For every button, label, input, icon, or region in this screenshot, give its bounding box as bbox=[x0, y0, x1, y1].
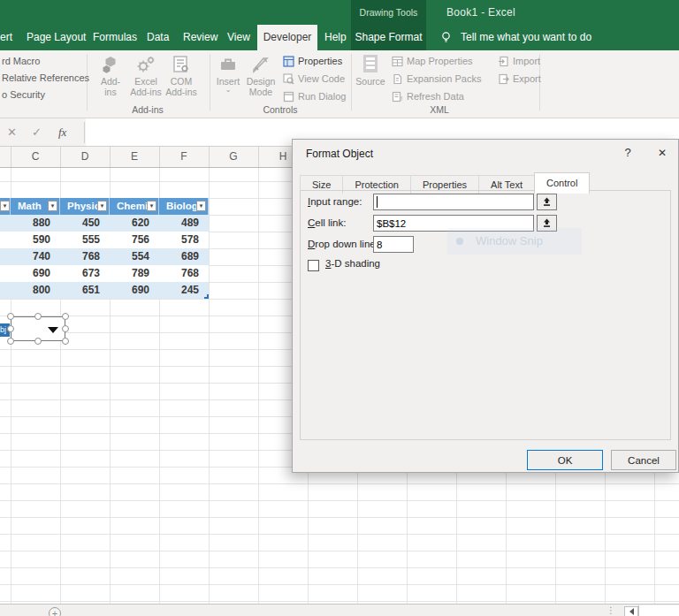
formula-bar-separator bbox=[84, 122, 85, 143]
selection-handle[interactable] bbox=[62, 338, 69, 345]
export-button[interactable]: Export bbox=[498, 71, 541, 87]
cell[interactable]: 768 bbox=[60, 248, 110, 265]
column-header-g[interactable]: G bbox=[209, 147, 258, 167]
macro-security-partial-label[interactable]: o Security bbox=[2, 89, 45, 100]
tab-formulas[interactable]: Formulas bbox=[93, 25, 137, 50]
ok-button[interactable]: OK bbox=[527, 450, 603, 470]
properties-button[interactable]: Properties bbox=[283, 53, 342, 69]
close-icon[interactable]: ✕ bbox=[653, 145, 671, 161]
table-header-partial[interactable]: ▼ bbox=[0, 198, 11, 215]
tab-help[interactable]: Help bbox=[324, 25, 347, 50]
selection-handle[interactable] bbox=[7, 338, 14, 345]
cell[interactable]: 651 bbox=[60, 282, 110, 299]
column-header-e[interactable]: E bbox=[110, 147, 159, 167]
filter-button[interactable]: ▼ bbox=[147, 201, 156, 211]
horizontal-scrollbar[interactable] bbox=[638, 605, 679, 616]
table-header-biology[interactable]: Biolog ▼ bbox=[159, 198, 209, 215]
tab-page-layout[interactable]: Page Layout bbox=[27, 25, 86, 50]
tab-review[interactable]: Review bbox=[183, 25, 217, 50]
cell[interactable]: 590 bbox=[11, 232, 60, 248]
map-properties-button[interactable]: Map Properties bbox=[392, 53, 473, 69]
selection-handle[interactable] bbox=[7, 325, 14, 332]
filter-button[interactable]: ▼ bbox=[48, 201, 57, 211]
import-icon bbox=[498, 56, 509, 67]
source-button[interactable]: Source bbox=[354, 53, 387, 110]
filter-button[interactable]: ▼ bbox=[196, 201, 206, 211]
help-icon[interactable]: ? bbox=[620, 145, 636, 161]
insert-control-button[interactable]: Insert ⌄ bbox=[213, 53, 243, 110]
tab-insert-partial[interactable]: ert bbox=[0, 25, 12, 50]
cell[interactable]: 789 bbox=[110, 265, 159, 282]
gears-icon bbox=[135, 53, 156, 76]
combo-dropdown-icon[interactable] bbox=[48, 327, 58, 333]
cell[interactable]: 450 bbox=[60, 215, 110, 232]
filter-button[interactable]: ▼ bbox=[0, 201, 10, 211]
refresh-data-button[interactable]: ! Refresh Data bbox=[392, 88, 464, 104]
cell[interactable]: 800 bbox=[11, 282, 60, 299]
table-row: 880 450 620 489 bbox=[0, 215, 209, 232]
cell[interactable]: 740 bbox=[11, 248, 60, 265]
ribbon: rd Macro Relative References o Security … bbox=[0, 50, 679, 118]
chevron-down-icon: ⌄ bbox=[225, 87, 232, 94]
table-header-row: ▼ Math ▼ Physic ▼ Chemis ▼ Biolog ▼ bbox=[0, 198, 209, 215]
tab-shape-format[interactable]: Shape Format bbox=[351, 25, 426, 50]
column-header-f[interactable]: F bbox=[159, 147, 209, 167]
contextual-tools-header: Drawing Tools bbox=[351, 0, 426, 25]
cell[interactable]: 690 bbox=[11, 265, 60, 282]
column-header-d[interactable]: D bbox=[60, 147, 110, 167]
import-button[interactable]: Import bbox=[498, 53, 540, 69]
view-code-button[interactable]: View Code bbox=[283, 71, 345, 87]
table-header-physics[interactable]: Physic ▼ bbox=[60, 198, 110, 215]
cell[interactable]: 880 bbox=[11, 215, 60, 232]
tab-view[interactable]: View bbox=[227, 25, 250, 50]
table-resize-handle[interactable] bbox=[204, 294, 209, 299]
column-header-c[interactable]: C bbox=[11, 147, 60, 167]
tab-data[interactable]: Data bbox=[147, 25, 169, 50]
cell[interactable]: 245 bbox=[159, 282, 209, 299]
design-mode-button[interactable]: Design Mode bbox=[244, 53, 278, 110]
cell[interactable]: 690 bbox=[110, 282, 159, 299]
selection-handle[interactable] bbox=[34, 313, 42, 320]
table-row: 800 651 690 245 bbox=[0, 282, 209, 299]
table-header-math[interactable]: Math ▼ bbox=[11, 198, 60, 215]
window-title: Book1 - Excel bbox=[446, 6, 515, 19]
selection-handle[interactable] bbox=[7, 313, 14, 320]
com-add-ins-button[interactable]: COM Add-ins bbox=[163, 53, 200, 110]
run-dialog-icon bbox=[283, 91, 294, 103]
table-header-chemistry[interactable]: Chemis ▼ bbox=[110, 198, 159, 215]
scroll-left-icon bbox=[629, 608, 634, 615]
tell-me-box[interactable]: Tell me what you want to do bbox=[461, 25, 591, 50]
xml-group-label: XML bbox=[404, 104, 475, 115]
cell[interactable]: 555 bbox=[60, 232, 110, 248]
excel-add-ins-button[interactable]: Excel Add-ins bbox=[127, 53, 164, 110]
dialog-tab-control[interactable]: Control bbox=[534, 172, 590, 194]
enter-icon[interactable]: ✓ bbox=[32, 118, 42, 146]
cancel-button[interactable]: Cancel bbox=[611, 450, 676, 470]
add-ins-button[interactable]: Add- ins bbox=[92, 53, 129, 110]
svg-text:!: ! bbox=[401, 95, 402, 103]
new-sheet-button[interactable]: + bbox=[49, 607, 61, 616]
tab-overflow-dots[interactable]: ⋮ bbox=[607, 605, 615, 616]
selection-handle[interactable] bbox=[34, 338, 42, 345]
fx-icon[interactable]: fx bbox=[58, 118, 66, 146]
cell[interactable]: 620 bbox=[110, 215, 159, 232]
cell[interactable]: 673 bbox=[60, 265, 110, 282]
sheet-tab-bar: + ⋮ bbox=[0, 604, 679, 616]
lightbulb-icon bbox=[439, 31, 453, 44]
filter-button[interactable]: ▼ bbox=[97, 201, 107, 211]
cell[interactable]: 689 bbox=[159, 248, 209, 265]
cell[interactable]: 756 bbox=[110, 232, 159, 248]
cancel-icon[interactable]: ✕ bbox=[7, 118, 17, 146]
record-macro-partial-label[interactable]: rd Macro bbox=[2, 56, 40, 66]
tab-developer[interactable]: Developer bbox=[257, 25, 317, 50]
relative-references-partial-label[interactable]: Relative References bbox=[2, 72, 89, 83]
selection-handle[interactable] bbox=[62, 325, 69, 332]
cell[interactable]: 489 bbox=[159, 215, 209, 232]
cell[interactable]: 554 bbox=[110, 248, 159, 265]
expansion-packs-button[interactable]: Expansion Packs bbox=[392, 71, 481, 87]
run-dialog-button[interactable]: Run Dialog bbox=[283, 88, 346, 104]
cell[interactable]: 578 bbox=[159, 232, 209, 248]
selection-handle[interactable] bbox=[62, 313, 69, 320]
scroll-left-button[interactable] bbox=[624, 606, 638, 616]
cell[interactable]: 768 bbox=[159, 265, 209, 282]
